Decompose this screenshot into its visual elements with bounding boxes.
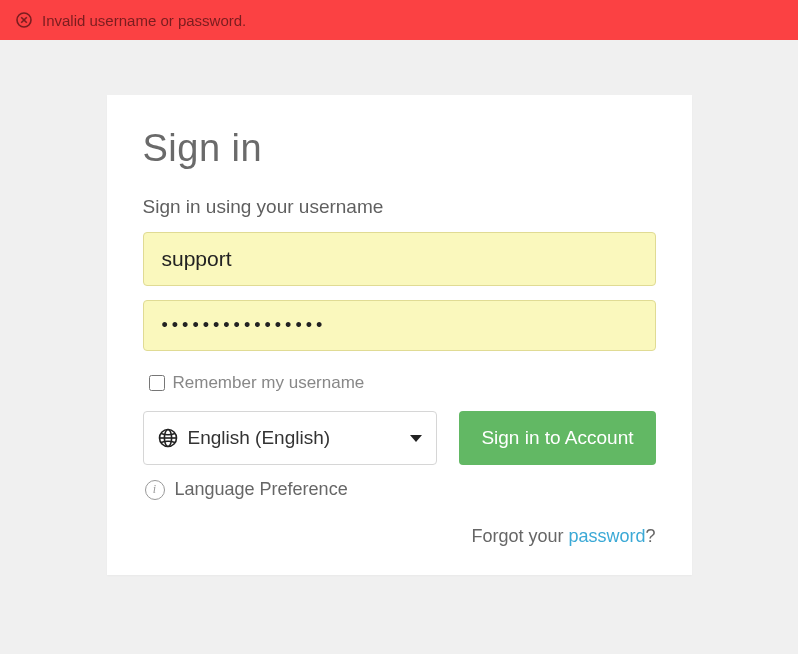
- signin-subtitle: Sign in using your username: [143, 196, 656, 218]
- username-input[interactable]: [143, 232, 656, 286]
- signin-card: Sign in Sign in using your username Reme…: [107, 95, 692, 575]
- language-preference-label: Language Preference: [175, 479, 348, 500]
- forgot-suffix: ?: [645, 526, 655, 546]
- page-title: Sign in: [143, 127, 656, 170]
- language-preference-row: i Language Preference: [145, 479, 656, 500]
- language-select[interactable]: English (English): [143, 411, 438, 465]
- forgot-prefix: Forgot your: [471, 526, 568, 546]
- forgot-password-row: Forgot your password?: [143, 526, 656, 547]
- forgot-password-link[interactable]: password: [568, 526, 645, 546]
- error-banner: Invalid username or password.: [0, 0, 798, 40]
- info-icon: i: [145, 480, 165, 500]
- password-input[interactable]: [143, 300, 656, 351]
- remember-label-row: Remember my username: [149, 373, 656, 393]
- error-icon: [16, 12, 32, 28]
- chevron-down-icon: [410, 435, 422, 442]
- language-selected-label: English (English): [188, 427, 331, 449]
- error-message: Invalid username or password.: [42, 12, 246, 29]
- remember-label: Remember my username: [173, 373, 365, 393]
- action-row: English (English) Sign in to Account: [143, 411, 656, 465]
- remember-checkbox[interactable]: [149, 375, 165, 391]
- signin-button[interactable]: Sign in to Account: [459, 411, 655, 465]
- globe-icon: [158, 428, 178, 448]
